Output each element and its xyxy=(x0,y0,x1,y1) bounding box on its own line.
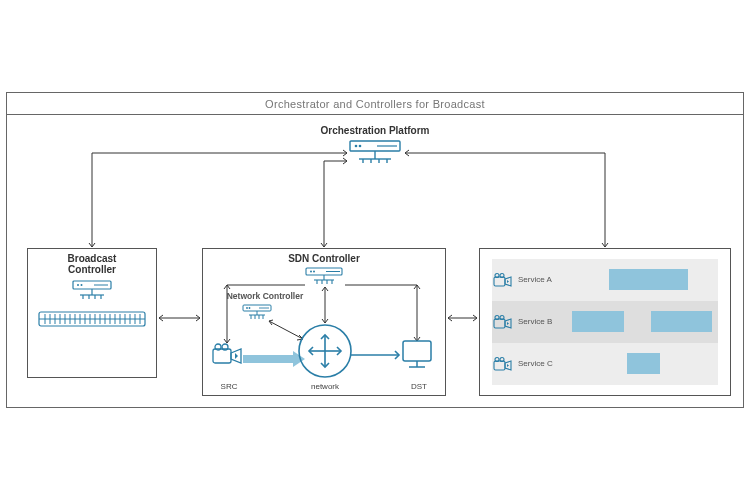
camera-icon xyxy=(492,273,514,287)
service-b-label: Service B xyxy=(518,317,566,326)
svg-point-11 xyxy=(77,284,79,286)
svg-rect-87 xyxy=(494,319,505,328)
service-b-bar-2 xyxy=(651,311,712,332)
svg-rect-82 xyxy=(494,277,505,286)
svg-point-43 xyxy=(310,271,312,273)
service-row-b: Service B xyxy=(492,301,718,343)
service-c-label: Service C xyxy=(518,359,566,368)
diagram-title-text: Orchestrator and Controllers for Broadca… xyxy=(265,98,485,110)
svg-point-12 xyxy=(81,284,83,286)
service-a-label: Service A xyxy=(518,275,566,284)
broadcast-controller-server-icon xyxy=(28,279,156,301)
broadcast-controller-box: Broadcast Controller xyxy=(27,248,157,378)
svg-line-67 xyxy=(269,321,303,339)
svg-rect-92 xyxy=(494,361,505,370)
svg-marker-72 xyxy=(235,353,238,359)
svg-rect-68 xyxy=(213,349,231,363)
service-row-c: Service C xyxy=(492,343,718,385)
sdn-network-diagram xyxy=(203,285,447,397)
sdn-controller-label: SDN Controller xyxy=(203,249,445,264)
diagram-frame: Orchestrator and Controllers for Broadca… xyxy=(6,92,744,408)
broadcast-controller-label: Broadcast Controller xyxy=(28,249,156,275)
service-c-bar xyxy=(627,353,660,374)
svg-marker-96 xyxy=(507,364,509,367)
orchestration-label: Orchestration Platform xyxy=(7,125,743,136)
src-label: SRC xyxy=(215,382,243,391)
service-b-bar-1 xyxy=(572,311,624,332)
service-row-a: Service A xyxy=(492,259,718,301)
camera-icon xyxy=(492,315,514,329)
broadcast-controller-rack-icon xyxy=(28,311,156,329)
svg-point-44 xyxy=(313,271,315,273)
camera-icon xyxy=(492,357,514,371)
dst-label: DST xyxy=(405,382,433,391)
services-schedule-box: Service A Service B xyxy=(479,248,731,396)
service-a-bar xyxy=(609,269,688,290)
svg-marker-91 xyxy=(507,322,509,325)
svg-rect-73 xyxy=(243,355,293,363)
diagram-title: Orchestrator and Controllers for Broadca… xyxy=(7,93,743,115)
network-label: network xyxy=(301,382,349,391)
svg-marker-86 xyxy=(507,280,509,283)
svg-rect-79 xyxy=(403,341,431,361)
sdn-controller-box: SDN Controller Network Controller xyxy=(202,248,446,396)
svg-point-1 xyxy=(355,145,358,148)
orchestration-server-icon xyxy=(347,139,403,171)
svg-point-2 xyxy=(359,145,362,148)
